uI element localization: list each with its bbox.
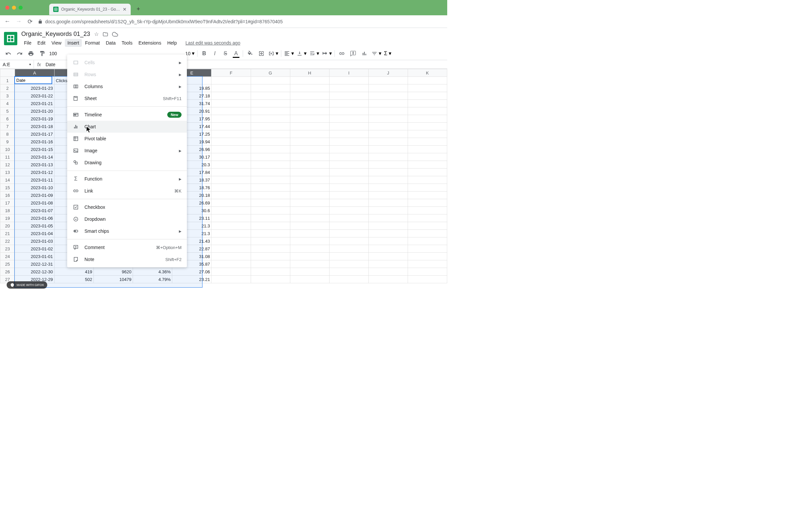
- cell-F1[interactable]: [211, 77, 251, 84]
- row-header-5[interactable]: 5: [0, 108, 15, 115]
- cell-G25[interactable]: [251, 260, 290, 268]
- cell-H6[interactable]: [290, 115, 329, 123]
- cell-J3[interactable]: [368, 92, 407, 100]
- cell-F17[interactable]: [211, 199, 251, 207]
- column-header-K[interactable]: K: [407, 69, 447, 77]
- cell-I12[interactable]: [329, 161, 368, 169]
- cell-A20[interactable]: 2023-01-05: [15, 222, 54, 230]
- browser-tab[interactable]: Organic_Keywords 01_23 - Go… ✕: [49, 4, 131, 15]
- redo-button[interactable]: [15, 49, 24, 58]
- cell-K16[interactable]: [407, 191, 447, 199]
- insert-link-button[interactable]: [338, 49, 346, 58]
- cell-A11[interactable]: 2023-01-14: [15, 153, 54, 161]
- cell-H11[interactable]: [290, 153, 329, 161]
- menu-item-smart-chips[interactable]: Smart chips ▶: [67, 225, 187, 237]
- cell-F6[interactable]: [211, 115, 251, 123]
- cell-G16[interactable]: [251, 191, 290, 199]
- menu-item-columns[interactable]: Columns ▶: [67, 80, 187, 92]
- cell-A7[interactable]: 2023-01-18: [15, 123, 54, 130]
- cell-K5[interactable]: [407, 108, 447, 115]
- cell-F22[interactable]: [211, 238, 251, 245]
- cell-A13[interactable]: 2023-01-12: [15, 169, 54, 176]
- cell-A23[interactable]: 2023-01-02: [15, 245, 54, 253]
- cell-F13[interactable]: [211, 169, 251, 176]
- cell-A14[interactable]: 2023-01-11: [15, 176, 54, 184]
- cell-I20[interactable]: [329, 222, 368, 230]
- text-wrap-button[interactable]: ▾: [309, 50, 319, 57]
- cell-A15[interactable]: 2023-01-10: [15, 184, 54, 191]
- row-header-13[interactable]: 13: [0, 169, 15, 176]
- cell-H24[interactable]: [290, 253, 329, 260]
- cell-J9[interactable]: [368, 138, 407, 146]
- menu-item-drawing[interactable]: Drawing: [67, 157, 187, 169]
- cell-A25[interactable]: 2022-12-31: [15, 260, 54, 268]
- maximize-window-button[interactable]: [19, 6, 23, 10]
- column-header-H[interactable]: H: [290, 69, 329, 77]
- cell-G13[interactable]: [251, 169, 290, 176]
- cell-K15[interactable]: [407, 184, 447, 191]
- cell-I7[interactable]: [329, 123, 368, 130]
- cell-G19[interactable]: [251, 214, 290, 222]
- cell-J1[interactable]: [368, 77, 407, 84]
- row-header-20[interactable]: 20: [0, 222, 15, 230]
- tab-close-icon[interactable]: ✕: [123, 7, 127, 12]
- insert-chart-button[interactable]: [360, 49, 369, 58]
- cell-H8[interactable]: [290, 130, 329, 138]
- cell-J2[interactable]: [368, 84, 407, 92]
- cell-D27[interactable]: 4.79%: [133, 276, 172, 283]
- column-header-J[interactable]: J: [368, 69, 407, 77]
- cell-H17[interactable]: [290, 199, 329, 207]
- cell-I19[interactable]: [329, 214, 368, 222]
- cell-I13[interactable]: [329, 169, 368, 176]
- cell-G12[interactable]: [251, 161, 290, 169]
- zoom-dropdown[interactable]: 100: [49, 51, 57, 56]
- cell-G1[interactable]: [251, 77, 290, 84]
- cell-K22[interactable]: [407, 238, 447, 245]
- cell-G17[interactable]: [251, 199, 290, 207]
- row-header-17[interactable]: 17: [0, 199, 15, 207]
- cell-A24[interactable]: 2023-01-01: [15, 253, 54, 260]
- cell-G9[interactable]: [251, 138, 290, 146]
- menu-item-checkbox[interactable]: Checkbox: [67, 201, 187, 213]
- cell-K1[interactable]: [407, 77, 447, 84]
- column-header-F[interactable]: F: [211, 69, 251, 77]
- name-box[interactable]: A:E ▾: [0, 60, 34, 69]
- cell-G14[interactable]: [251, 176, 290, 184]
- cell-G26[interactable]: [251, 268, 290, 276]
- cell-I15[interactable]: [329, 184, 368, 191]
- menu-item-function[interactable]: Σ Function ▶: [67, 173, 187, 185]
- cell-G4[interactable]: [251, 100, 290, 108]
- filter-button[interactable]: ▾: [372, 50, 381, 57]
- cell-H15[interactable]: [290, 184, 329, 191]
- row-header-24[interactable]: 24: [0, 253, 15, 260]
- cell-K14[interactable]: [407, 176, 447, 184]
- cell-H10[interactable]: [290, 146, 329, 153]
- row-header-22[interactable]: 22: [0, 238, 15, 245]
- menu-view[interactable]: View: [49, 39, 64, 47]
- cell-G18[interactable]: [251, 207, 290, 214]
- cell-F2[interactable]: [211, 84, 251, 92]
- cell-H2[interactable]: [290, 84, 329, 92]
- row-header-21[interactable]: 21: [0, 230, 15, 238]
- row-header-18[interactable]: 18: [0, 207, 15, 214]
- cell-A17[interactable]: 2023-01-08: [15, 199, 54, 207]
- row-header-14[interactable]: 14: [0, 176, 15, 184]
- cell-K24[interactable]: [407, 253, 447, 260]
- row-header-1[interactable]: 1: [0, 77, 15, 84]
- cell-J19[interactable]: [368, 214, 407, 222]
- cell-E26[interactable]: 27.06: [172, 268, 211, 276]
- cell-I3[interactable]: [329, 92, 368, 100]
- cell-J15[interactable]: [368, 184, 407, 191]
- menu-item-sheet[interactable]: Sheet Shift+F11: [67, 92, 187, 104]
- cell-H4[interactable]: [290, 100, 329, 108]
- cell-C27[interactable]: 10479: [94, 276, 133, 283]
- cell-F12[interactable]: [211, 161, 251, 169]
- cell-F4[interactable]: [211, 100, 251, 108]
- cell-I9[interactable]: [329, 138, 368, 146]
- url-field[interactable]: docs.google.com/spreadsheets/d/1S2Q_yb_S…: [38, 19, 443, 24]
- menu-extensions[interactable]: Extensions: [136, 39, 164, 47]
- cell-F15[interactable]: [211, 184, 251, 191]
- cell-K12[interactable]: [407, 161, 447, 169]
- row-header-10[interactable]: 10: [0, 146, 15, 153]
- menu-item-chart[interactable]: Chart: [67, 121, 187, 133]
